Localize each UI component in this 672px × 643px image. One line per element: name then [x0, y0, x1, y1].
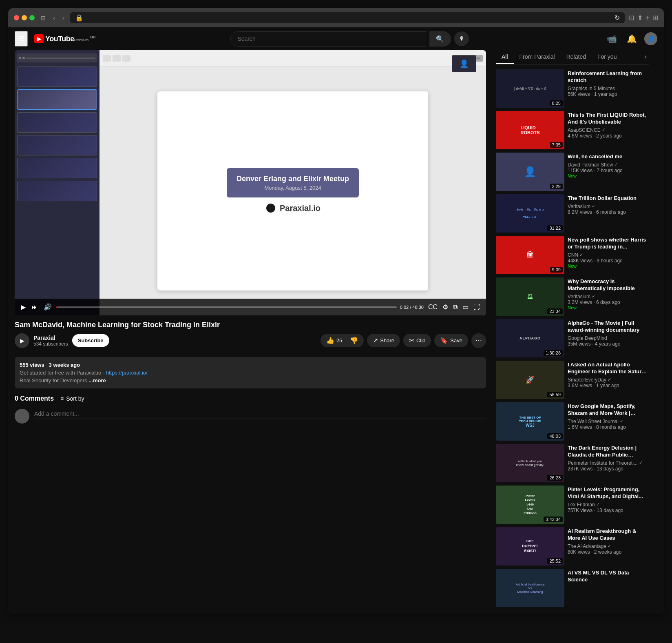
sidebar-video-item-4[interactable]: ∂v/∂t + ∇S · ∇S = 0This is it. 31:22 The… [496, 194, 649, 233]
create-button[interactable]: 📹 [604, 31, 619, 46]
video-info-13: AI VS ML VS DL VS Data Science [568, 569, 649, 607]
skip-button[interactable]: ⏭ [30, 302, 39, 312]
channel-name[interactable]: Paraxial [33, 335, 68, 341]
verified-icon-2: ✓ [602, 127, 606, 133]
share-icon-btn: ↗ [373, 337, 378, 344]
duration-badge-7: 1:30:28 [544, 350, 563, 356]
duration-badge-12: 25:52 [547, 558, 563, 564]
meta-1: 56K views · 1 year ago [568, 91, 648, 97]
channel-avatar[interactable]: ▶ [15, 333, 29, 348]
subtitles-btn[interactable]: CC [427, 302, 439, 312]
play-button[interactable]: ▶ [20, 302, 27, 312]
main-content: Play Denver Erlang and Elixir Meetup Mon… [8, 50, 664, 614]
sort-button[interactable]: ≡ Sort by [60, 395, 84, 402]
thumbnail-9: THE BEST OFTECH BEHINDWSJ 48:03 [496, 402, 564, 441]
notifications-button[interactable]: 🔔 [624, 31, 639, 46]
expand-description[interactable]: ...more [88, 377, 106, 384]
tab-from-paraxial[interactable]: From Paraxial [514, 50, 561, 64]
comment-input[interactable] [34, 409, 486, 419]
progress-bar[interactable] [56, 306, 397, 308]
video-info-2: This Is The First LIQUID Robot, And It's… [568, 111, 649, 149]
minimize-button[interactable] [22, 15, 27, 20]
sidebar-video-item-9[interactable]: THE BEST OFTECH BEHINDWSJ 48:03 How Goog… [496, 402, 649, 441]
sidebar-video-item-12[interactable]: SHEDOESN'TEXIST! 25:52 AI Realism Breakt… [496, 527, 649, 565]
sidebar-toggle-btn[interactable]: ⊟ [39, 13, 48, 22]
slide-thumb-3[interactable] [17, 112, 97, 133]
back-btn[interactable]: ‹ [51, 13, 57, 22]
search-box[interactable] [230, 31, 426, 47]
sidebar-video-item-2[interactable]: LIQUIDROBOTS 7:35 This Is The First LIQU… [496, 111, 649, 149]
clip-button[interactable]: ✂ Clip [403, 334, 431, 347]
url-input[interactable]: www.youtube.com/watch?v=Smrwj-DLV6I [86, 15, 611, 21]
sidebar-video-item-7[interactable]: ALPHAGO 1:30:28 AlphaGo - The Movie | Fu… [496, 319, 649, 357]
video-player-wrap: Play Denver Erlang and Elixir Meetup Mon… [15, 50, 486, 315]
sidebar-video-item-13[interactable]: Artificial IntelligenceVsMachine Learnin… [496, 569, 649, 607]
verified-icon-8: ✓ [608, 377, 611, 382]
forward-btn[interactable]: › [60, 13, 66, 22]
slide-thumb-1[interactable] [17, 67, 97, 87]
like-button[interactable]: 👍 25 👎 [321, 334, 364, 347]
tabs-scroll-right[interactable]: › [642, 51, 649, 63]
paraxial-link[interactable]: https://paraxial.io/ [106, 370, 148, 376]
slide-thumb-4[interactable] [17, 135, 97, 155]
tab-related[interactable]: Related [561, 50, 592, 64]
user-avatar[interactable]: 👤 [644, 32, 657, 45]
volume-button[interactable]: 🔊 [42, 302, 53, 312]
new-tab-icon[interactable]: + [646, 14, 650, 22]
thumbnail-12: SHEDOESN'TEXIST! 25:52 [496, 527, 564, 565]
traffic-lights [14, 15, 35, 20]
sidebar-video-item-5[interactable]: 🏛 9:09 New poll shows whether Harris or … [496, 236, 649, 274]
verified-icon-6: ✓ [592, 294, 595, 299]
sidebar-video-item-1[interactable]: ∫ dv/dt + ∇S · ds = 0 8:25 Reinforcement… [496, 69, 649, 108]
duration-badge-1: 8:25 [550, 100, 563, 106]
sidebar-video-item-10[interactable]: rethink what youknow about gravity. 26:2… [496, 444, 649, 482]
description-line2: Real Security for Developers ...more [20, 377, 481, 384]
verified-icon-4: ✓ [592, 204, 595, 209]
extensions-icon[interactable]: ⊡ [629, 14, 634, 22]
menu-button[interactable]: ☰ [15, 31, 28, 47]
save-button[interactable]: 🔖 Save [434, 334, 468, 347]
tab-for-you[interactable]: For you [592, 50, 622, 64]
duration-badge-10: 26:23 [547, 475, 563, 481]
duration-badge-9: 48:03 [547, 433, 563, 439]
settings-btn[interactable]: ⚙ [441, 302, 449, 312]
sidebar-video-item-8[interactable]: 🚀 58:59 I Asked An Actual Apollo Enginee… [496, 361, 649, 399]
sidebar-video-item-3[interactable]: 👤 3:29 Well, he cancelled me David Pakma… [496, 153, 649, 191]
mic-button[interactable]: 🎙 [454, 31, 469, 46]
video-info-9: How Google Maps, Spotify, Shazam and Mor… [568, 402, 649, 441]
miniplayer-btn[interactable]: ⧉ [452, 302, 459, 312]
tab-all[interactable]: All [496, 50, 514, 64]
meta-5: 448K views · 9 hours ago [568, 258, 648, 264]
video-title-3: Well, he cancelled me [568, 153, 648, 160]
share-icon[interactable]: ⬆ [637, 14, 643, 22]
search-input[interactable] [231, 32, 426, 45]
close-button[interactable] [14, 15, 19, 20]
video-info-3: Well, he cancelled me David Pakman Show … [568, 153, 649, 191]
video-player[interactable]: Play Denver Erlang and Elixir Meetup Mon… [15, 50, 486, 315]
tabs-icon[interactable]: ⊞ [653, 14, 658, 22]
fullscreen-btn[interactable]: ⛶ [472, 302, 481, 312]
channel-9: The Wall Street Journal ✓ [568, 419, 648, 424]
thumbnail-10: rethink what youknow about gravity. 26:2… [496, 444, 564, 482]
duration-badge-3: 3:29 [550, 184, 563, 189]
sidebar-video-item-11[interactable]: PieterLevels#440LexFridman 3:43:34 Piete… [496, 486, 649, 524]
sidebar-video-item-6[interactable]: 🗳 23:34 Why Democracy Is Mathematically … [496, 277, 649, 316]
duration-badge-11: 3:43:34 [544, 517, 563, 522]
theater-btn[interactable]: ▭ [461, 302, 470, 312]
subscribe-button[interactable]: Subscribe [72, 334, 109, 347]
youtube-logo[interactable]: ▶ YouTubePremium GB [34, 34, 95, 43]
more-actions-button[interactable]: ⋯ [471, 333, 486, 348]
address-bar[interactable]: 🔒 www.youtube.com/watch?v=Smrwj-DLV6I ↻ [70, 12, 624, 23]
maximize-button[interactable] [29, 15, 35, 20]
slide-thumb-2[interactable] [17, 89, 97, 110]
slide-thumb-6[interactable] [17, 181, 97, 201]
share-button[interactable]: ↗ Share [367, 334, 400, 347]
slide-thumb-5[interactable] [17, 158, 97, 178]
progress-fill [56, 306, 58, 308]
meta-12: 80K views · 2 weeks ago [568, 549, 648, 555]
yt-logo-text: YouTubePremium GB [45, 35, 95, 43]
refresh-icon[interactable]: ↻ [615, 14, 620, 22]
video-controls: ▶ ⏭ 🔊 0:02 / 48:30 CC ⚙ [15, 299, 486, 315]
search-button[interactable]: 🔍 [429, 31, 451, 47]
slide-title-box: Denver Erlang and Elixir Meetup Monday, … [227, 168, 359, 197]
